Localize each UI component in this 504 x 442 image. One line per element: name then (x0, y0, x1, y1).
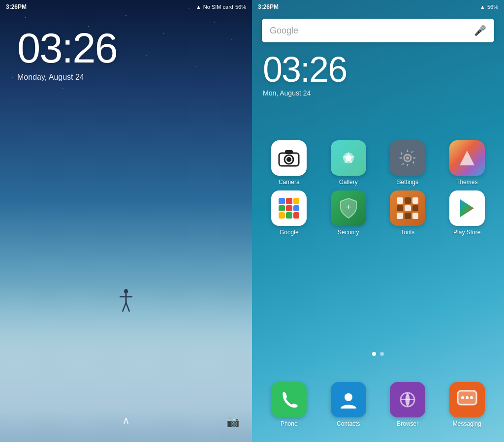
app-row-2: Google + Security (259, 190, 497, 236)
home-colon: : (300, 50, 309, 89)
tools-icon (390, 190, 425, 226)
home-statusbar: 3:26PM ▲ 56% (252, 0, 504, 14)
google-search-bar[interactable]: Google 🎤 (262, 19, 494, 42)
app-item-messaging[interactable]: Messaging (442, 382, 492, 427)
svg-marker-15 (460, 151, 474, 165)
home-time-display: 03:26 Mon, August 24 (263, 52, 346, 97)
google-search-placeholder: Google (270, 26, 474, 36)
svg-rect-8 (285, 150, 293, 154)
svg-line-4 (126, 303, 129, 312)
app-item-phone[interactable]: Phone (264, 382, 314, 427)
home-battery-label: 56% (487, 4, 498, 10)
page-dot-1[interactable] (372, 352, 376, 356)
browser-icon (390, 382, 425, 417)
unlock-arrow[interactable]: ∧ (122, 414, 130, 427)
camera-label: Camera (279, 179, 300, 186)
app-item-themes[interactable]: Themes (442, 140, 492, 186)
sim-label: No SIM card (203, 4, 233, 10)
settings-label: Settings (397, 179, 418, 186)
home-date: Mon, August 24 (263, 89, 346, 97)
tools-grid (397, 197, 418, 219)
person-silhouette (119, 288, 133, 318)
lock-minute: 26 (72, 25, 117, 71)
app-item-gallery[interactable]: Gallery (324, 140, 373, 186)
phone-icon (271, 382, 307, 417)
security-icon: + (331, 190, 366, 226)
svg-point-7 (286, 157, 291, 162)
tools-label: Tools (401, 229, 414, 236)
home-status-right: ▲ 56% (480, 4, 498, 10)
app-item-contacts[interactable]: Contacts (324, 382, 373, 427)
security-label: Security (338, 229, 359, 236)
home-hour: 03 (263, 50, 300, 89)
svg-point-13 (406, 157, 409, 159)
playstore-icon (449, 190, 485, 226)
themes-icon (449, 140, 485, 176)
themes-label: Themes (456, 179, 477, 186)
svg-text:+: + (346, 202, 351, 212)
app-item-camera[interactable]: Camera (264, 140, 314, 186)
settings-icon (390, 140, 425, 176)
lock-clock: 03:26 (17, 27, 117, 69)
lock-camera-icon[interactable]: 📷 (226, 415, 240, 428)
app-item-playstore[interactable]: Play Store (442, 190, 492, 236)
lock-time-display: 03:26 Monday, August 24 (17, 27, 117, 82)
lock-status-right: ▲ No SIM card 56% (196, 4, 246, 10)
google-icon (271, 190, 307, 226)
playstore-label: Play Store (453, 229, 480, 236)
home-screen: 3:26PM ▲ 56% Google 🎤 03:26 Mon, August … (252, 0, 504, 442)
contacts-icon (331, 382, 366, 417)
lock-date: Monday, August 24 (17, 73, 117, 82)
home-minute: 26 (309, 50, 346, 89)
app-item-security[interactable]: + Security (324, 190, 373, 236)
messaging-label: Messaging (453, 420, 481, 427)
app-row-1: Camera Gallery (259, 140, 497, 186)
battery-label: 56% (235, 4, 246, 10)
messaging-icon (449, 382, 485, 417)
home-clock: 03:26 (263, 52, 346, 87)
phone-label: Phone (281, 420, 298, 427)
svg-point-24 (470, 396, 473, 399)
camera-icon (271, 140, 307, 176)
browser-label: Browser (397, 420, 418, 427)
microphone-icon[interactable]: 🎤 (474, 25, 486, 36)
dock-row: Phone Contacts Browser (252, 382, 504, 427)
google-label: Google (280, 229, 299, 236)
page-dots (252, 352, 504, 356)
app-item-browser[interactable]: Browser (383, 382, 432, 427)
page-dot-2[interactable] (380, 352, 384, 356)
gallery-label: Gallery (339, 179, 358, 186)
svg-point-0 (124, 289, 128, 294)
lock-screen: 3:26PM ▲ No SIM card 56% 03:26 Monday, A… (0, 0, 252, 442)
lock-colon: : (62, 25, 73, 71)
contacts-label: Contacts (337, 420, 360, 427)
svg-point-22 (461, 396, 464, 399)
app-grid: Camera Gallery (252, 140, 504, 241)
svg-point-23 (466, 396, 469, 399)
home-wifi-icon: ▲ (480, 4, 485, 10)
svg-marker-17 (460, 199, 474, 217)
google-grid (279, 198, 299, 219)
lock-statusbar: 3:26PM ▲ No SIM card 56% (0, 0, 252, 14)
lock-hour: 03 (17, 25, 62, 71)
wifi-icon: ▲ (196, 4, 201, 10)
app-item-google[interactable]: Google (264, 190, 314, 236)
svg-point-18 (345, 393, 352, 401)
app-item-settings[interactable]: Settings (383, 140, 432, 186)
svg-line-3 (123, 303, 126, 312)
home-status-time: 3:26PM (258, 3, 279, 10)
gallery-icon (331, 140, 366, 176)
app-item-tools[interactable]: Tools (383, 190, 432, 236)
lock-status-time: 3:26PM (6, 3, 27, 10)
